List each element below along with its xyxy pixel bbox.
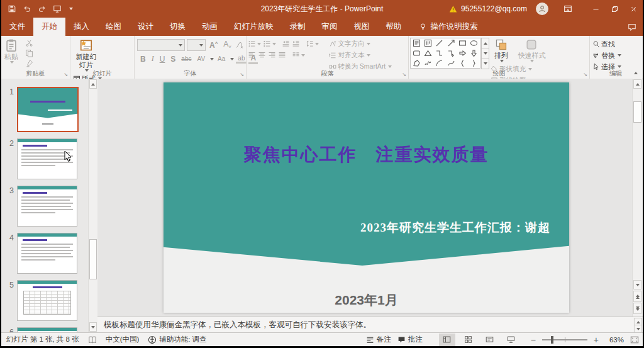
text-direction-button[interactable]: 文字方向 xyxy=(328,39,393,49)
numbering-button[interactable] xyxy=(263,40,276,48)
justify-button[interactable] xyxy=(278,51,286,59)
bullets-button[interactable] xyxy=(248,40,261,48)
quick-styles-button[interactable]: 快速样式 xyxy=(516,38,547,63)
shapes-more-button[interactable] xyxy=(481,59,489,69)
notes-scrollbar[interactable] xyxy=(633,318,643,333)
slide-counter[interactable]: 幻灯片 第 1 张, 共 8 张 xyxy=(6,335,79,344)
slide-thumbnail-image[interactable] xyxy=(17,280,77,321)
shape-triangle[interactable] xyxy=(423,48,433,57)
shape-text-box[interactable] xyxy=(411,39,421,48)
notes-text[interactable]: 模板标题使用华康俪金黑字体，已嵌入本模板，客观可自行下载安装该字体。 xyxy=(97,320,371,330)
increase-font-button[interactable]: A˄ xyxy=(208,40,219,50)
strikethrough-button[interactable]: abc xyxy=(179,55,193,62)
new-slide-button[interactable]: 新建幻灯片 xyxy=(72,38,101,72)
slide-subtitle-text[interactable]: 2023年研究生学生工作汇报：谢超 xyxy=(360,220,550,236)
shape-rounded-rectangle[interactable] xyxy=(411,48,421,57)
slideshow-view-button[interactable] xyxy=(503,334,519,346)
previous-slide-button[interactable] xyxy=(633,291,641,302)
decrease-indent-button[interactable] xyxy=(282,40,290,48)
tell-me-search[interactable]: 操作说明搜索 xyxy=(419,18,478,36)
slide-thumbnail-4[interactable]: 4 xyxy=(5,233,97,274)
paste-button[interactable]: 粘贴 xyxy=(3,38,20,64)
canvas-scrollbar[interactable] xyxy=(632,79,642,317)
arrange-button[interactable]: 排列 xyxy=(489,38,513,63)
cut-button[interactable] xyxy=(25,39,33,47)
slide-sorter-view-button[interactable] xyxy=(460,334,477,346)
paragraph-dialog-launcher[interactable]: ↘ xyxy=(402,72,406,77)
shape-elbow-connector[interactable] xyxy=(435,48,445,57)
minimize-button[interactable] xyxy=(586,0,605,18)
tab-help[interactable]: 帮助 xyxy=(378,18,410,36)
replace-button[interactable]: 替换 xyxy=(591,50,623,60)
shape-rectangle[interactable] xyxy=(457,39,467,48)
slide-date-text[interactable]: 2023年1月 xyxy=(164,291,569,309)
shape-freeform[interactable] xyxy=(411,59,421,67)
font-dialog-launcher[interactable]: ↘ xyxy=(240,72,244,77)
zoom-slider[interactable] xyxy=(542,339,587,340)
tab-draw[interactable]: 绘图 xyxy=(97,18,130,36)
increase-indent-button[interactable] xyxy=(292,40,300,48)
tab-record[interactable]: 录制 xyxy=(282,18,314,36)
slide-thumbnail-3[interactable]: 3 xyxy=(5,186,97,227)
tab-view[interactable]: 视图 xyxy=(346,18,378,36)
underline-button[interactable]: U xyxy=(158,55,167,64)
thumb-scrollbar-thumb[interactable] xyxy=(89,239,97,279)
drawing-dialog-launcher[interactable]: ↘ xyxy=(583,72,587,77)
tab-insert[interactable]: 插入 xyxy=(65,18,97,36)
collapse-ribbon-button[interactable] xyxy=(634,65,638,77)
slide-thumbnail-image[interactable] xyxy=(17,138,77,179)
next-slide-button[interactable] xyxy=(633,303,641,314)
find-button[interactable]: 查找 xyxy=(591,39,623,49)
proofing-status-button[interactable] xyxy=(88,335,97,344)
tab-design[interactable]: 设计 xyxy=(130,18,162,36)
canvas-scrollbar-thumb[interactable] xyxy=(633,101,641,123)
text-shadow-button[interactable]: S xyxy=(169,55,177,64)
bold-button[interactable]: B xyxy=(138,55,148,64)
customize-qat-button[interactable] xyxy=(68,8,73,10)
canvas-scroll-down-button[interactable] xyxy=(633,280,641,289)
slide-thumbnail-2[interactable]: 2 xyxy=(5,138,97,179)
avatar[interactable] xyxy=(536,3,548,15)
slide-thumbnail-5[interactable]: 5 xyxy=(5,280,97,321)
columns-button[interactable] xyxy=(292,51,305,59)
shape-oval[interactable] xyxy=(469,39,479,48)
copy-button[interactable] xyxy=(25,49,33,57)
zoom-in-button[interactable]: + xyxy=(594,335,599,345)
tab-home[interactable]: 开始 xyxy=(33,18,65,36)
align-left-button[interactable] xyxy=(248,51,256,59)
thumbnail-scrollbar[interactable] xyxy=(88,79,97,332)
shape-right-arrow[interactable] xyxy=(457,48,467,57)
shape-vertical-text-box[interactable] xyxy=(423,39,433,48)
slide-editing-canvas[interactable]: 聚焦中心工作 注重实效质量 2023年研究生学生工作汇报：谢超 2023年1月 xyxy=(97,79,633,317)
tab-transitions[interactable]: 切换 xyxy=(162,18,194,36)
character-spacing-button[interactable]: AV xyxy=(195,55,207,62)
tab-slideshow[interactable]: 幻灯片放映 xyxy=(226,18,282,36)
shape-right-brace[interactable] xyxy=(469,59,479,67)
shape-line[interactable] xyxy=(435,39,445,48)
shapes-scroll-up-button[interactable] xyxy=(481,38,489,48)
slide-1[interactable]: 聚焦中心工作 注重实效质量 2023年研究生学生工作汇报：谢超 2023年1月 xyxy=(164,82,569,313)
notes-pane[interactable]: 模板标题使用华康俪金黑字体，已嵌入本模板，客观可自行下载安装该字体。 xyxy=(97,317,643,332)
align-right-button[interactable] xyxy=(268,51,276,59)
slide-thumbnail-image[interactable] xyxy=(17,87,79,132)
ribbon-display-options-button[interactable] xyxy=(558,0,577,18)
align-text-button[interactable]: 对齐文本 xyxy=(328,50,393,60)
slide-thumbnail-image[interactable] xyxy=(17,186,77,227)
change-case-button[interactable]: Aa xyxy=(216,55,227,62)
reading-view-button[interactable] xyxy=(482,334,498,346)
shape-arc[interactable] xyxy=(435,59,445,67)
slide-thumbnail-image[interactable] xyxy=(17,233,77,274)
save-button[interactable] xyxy=(8,4,16,13)
tab-review[interactable]: 审阅 xyxy=(314,18,346,36)
zoom-out-button[interactable]: − xyxy=(531,335,536,345)
highlight-color-button[interactable]: ab xyxy=(236,55,247,64)
slide-teal-shape[interactable] xyxy=(164,82,569,313)
comments-button[interactable]: 批注 xyxy=(397,335,423,344)
zoom-slider-thumb[interactable] xyxy=(551,336,553,344)
clear-format-button[interactable] xyxy=(235,41,243,49)
zoom-level[interactable]: 63% xyxy=(605,336,624,344)
notes-toggle-button[interactable]: 备注 xyxy=(366,335,391,344)
italic-button[interactable]: I xyxy=(150,54,156,64)
restore-button[interactable] xyxy=(605,0,624,18)
undo-button[interactable] xyxy=(23,4,31,13)
